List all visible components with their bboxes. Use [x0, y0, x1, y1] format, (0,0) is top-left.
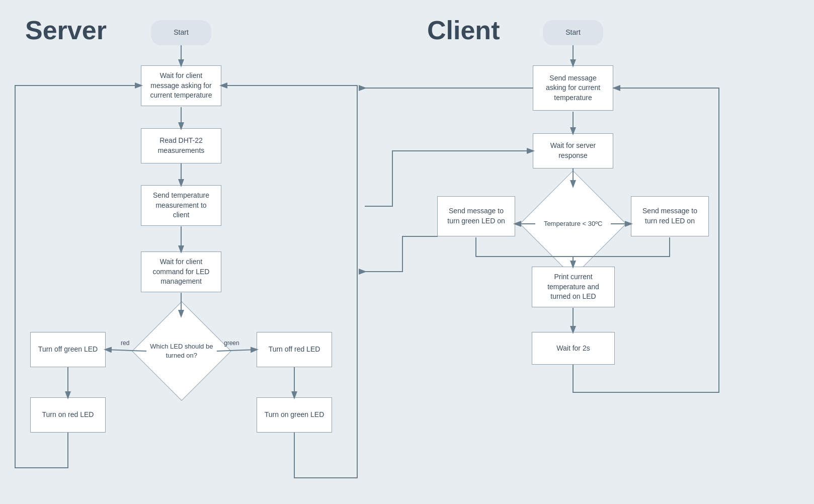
client-title: Client — [427, 15, 500, 45]
server-which-led-label: Which LED should be turned on? — [147, 340, 216, 362]
svg-text:red: red — [121, 340, 129, 347]
server-title: Server — [25, 15, 107, 45]
client-temp-diamond: Temperature < 30ºC — [520, 171, 626, 277]
server-turn-off-red-node: Turn off red LED — [257, 332, 332, 367]
server-which-led-diamond: Which LED should be turned on? — [132, 301, 231, 401]
server-section: Server Start Wait for client message ask… — [0, 0, 407, 504]
server-send-temp-node: Send temperature measurement to client — [141, 185, 221, 226]
client-wait-server-node: Wait for server response — [533, 133, 613, 169]
client-send-red-node: Send message to turn red LED on — [631, 196, 709, 236]
client-temp-label: Temperature < 30ºC — [542, 217, 604, 230]
server-start-node: Start — [151, 20, 211, 45]
client-print-temp-node: Print current temperature and turned on … — [532, 267, 615, 307]
server-read-dht-node: Read DHT-22 measurements — [141, 128, 221, 163]
client-start-node: Start — [543, 20, 603, 45]
server-turn-on-red-node: Turn on red LED — [30, 397, 106, 433]
server-wait-led-cmd-node: Wait for client command for LED manageme… — [141, 251, 221, 292]
client-section: Client Start Send message asking for cur… — [407, 0, 814, 504]
server-wait-client-msg-node: Wait for client message asking for curre… — [141, 65, 221, 106]
client-wait-2s-node: Wait for 2s — [532, 332, 615, 365]
server-turn-off-green-node: Turn off green LED — [30, 332, 106, 367]
client-send-ask-temp-node: Send message asking for current temperat… — [533, 65, 613, 111]
server-turn-on-green-node: Turn on green LED — [257, 397, 332, 433]
client-send-green-node: Send message to turn green LED on — [437, 196, 515, 236]
diagram-container: Server Start Wait for client message ask… — [0, 0, 814, 504]
